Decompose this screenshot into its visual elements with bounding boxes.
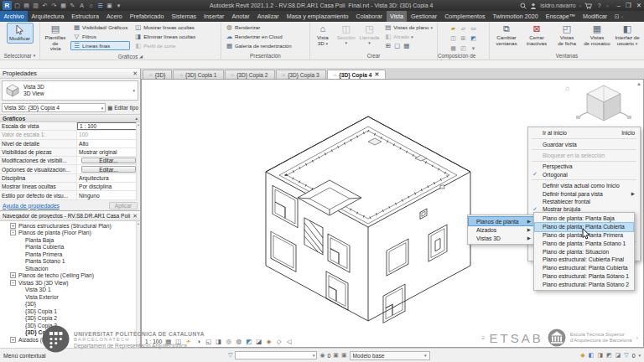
duplicate-view-icon[interactable]: ▢ — [393, 42, 401, 49]
edit-type-button[interactable]: ▦ Editar tipo — [107, 105, 138, 111]
status-search-combo[interactable]: ▾ — [235, 351, 317, 359]
prop-value[interactable]: Mostrar original — [77, 148, 140, 156]
tree-item[interactable]: Planta Baja — [2, 236, 140, 244]
panel-label-presentacion[interactable]: Presentación — [221, 51, 309, 59]
drag-on-selection-icon[interactable]: ◪ — [615, 352, 621, 359]
detail-level-icon[interactable]: ▦ — [164, 338, 172, 345]
menu-item-reset-front[interactable]: Restablecer frontal — [529, 198, 639, 205]
tab-prefabricado[interactable]: Prefabricado — [126, 11, 168, 22]
collapse-icon[interactable]: − — [10, 230, 16, 235]
panel-label-ventanas[interactable]: Ventanas — [490, 51, 644, 59]
browser-scrollbar[interactable]: ▴ — [136, 221, 140, 348]
prop-value[interactable]: Arquitectura — [77, 174, 140, 182]
status-chevron-icon[interactable]: ▾ — [638, 353, 641, 358]
render-in-cloud-button[interactable]: ☁Renderizar en Cloud — [223, 32, 294, 41]
design-option-select[interactable]: Modelo base▾ — [350, 351, 430, 360]
properties-help-link[interactable]: Ayuda de propiedades — [3, 203, 60, 209]
plan-item[interactable]: Plano de planta: Planta Primera — [535, 231, 633, 240]
tab-gestionar[interactable]: Gestionar — [407, 11, 440, 22]
filters-button[interactable]: ▽Filtros — [70, 32, 130, 41]
viewport-icon[interactable]: ▦ — [449, 44, 458, 53]
expand-icon[interactable]: + — [10, 272, 16, 278]
close-hidden-icon[interactable]: ▣ — [106, 2, 113, 10]
prop-value[interactable]: Ninguno — [77, 191, 140, 199]
tab-archivo[interactable]: Archivo — [0, 11, 28, 22]
close-view-icon[interactable]: ✕ — [374, 71, 379, 78]
show-hidden-lines-button[interactable]: ◫Mostrar líneas ocultas — [132, 23, 198, 32]
tree-item[interactable]: Vista 3D 1 — [2, 287, 140, 294]
viewcube[interactable] — [573, 81, 635, 127]
tab-insertar[interactable]: Insertar — [200, 11, 228, 22]
constraints-icon[interactable]: ◈ — [265, 338, 273, 345]
floor-plan-submenu[interactable]: Plano de planta: Planta Baja Plano de pl… — [533, 212, 635, 291]
print-icon[interactable]: ▦ — [60, 2, 67, 10]
submenu-item-floor-plans[interactable]: Planos de planta▶ — [469, 217, 535, 225]
collapse-bar-icon[interactable]: ◁ — [285, 338, 293, 345]
menu-item-save-view[interactable]: Guardar vista — [529, 140, 639, 147]
matchline-icon[interactable]: ◩ — [469, 34, 478, 43]
tab-anotar[interactable]: Anotar — [228, 11, 253, 22]
tab-masa-emplazamiento[interactable]: Masa y emplazamiento — [283, 11, 352, 22]
crop-view-icon[interactable]: ◱ — [205, 338, 212, 345]
tree-item[interactable]: {3D} Copia 3 — [2, 322, 140, 329]
properties-header[interactable]: Propiedades ✕ — [0, 69, 140, 79]
tab-complementos[interactable]: Complementos — [441, 11, 489, 22]
group-header-graficos[interactable]: Gráficos▴ — [0, 114, 140, 122]
revisions-icon[interactable]: ◫ — [449, 34, 458, 43]
thin-lines-button[interactable]: ☰Líneas finas — [70, 41, 130, 50]
3d-view-button[interactable]: ⌂ Vista 3D ▾ — [312, 23, 334, 47]
tree-item[interactable]: {3D} — [2, 301, 140, 308]
viewcube-home-icon[interactable]: ⌂ — [565, 85, 569, 92]
view-tab[interactable]: ⌂{3D} — [143, 70, 172, 79]
close-button[interactable]: ✕ — [636, 2, 641, 9]
shadows-icon[interactable]: ◑ — [195, 338, 202, 345]
select-pinned-icon[interactable]: ◩ — [606, 352, 612, 359]
view-tab-active[interactable]: ⌂{3D} Copia 4✕ — [327, 70, 387, 79]
hide-analytical-icon[interactable]: ◪ — [255, 338, 262, 345]
plan-item[interactable]: Plano de planta: Situación — [535, 247, 633, 256]
expand-icon[interactable]: + — [10, 337, 16, 343]
prop-value[interactable]: Por disciplina — [77, 183, 140, 190]
menu-item-orthographic[interactable]: ✓Ortogonal — [529, 171, 639, 178]
select-underlay-icon[interactable]: ◨ — [597, 352, 603, 359]
tab-views-button[interactable]: ◰ Vistasde ficha — [553, 23, 580, 47]
activate-dimensions-icon[interactable]: ◆ — [580, 352, 584, 359]
tree-item[interactable]: −Vistas 3D (3D View) — [2, 279, 140, 287]
minimize-button[interactable]: – — [617, 2, 621, 9]
editing-requests-icon[interactable]: ◉ — [319, 352, 325, 359]
thin-lines-icon[interactable]: ☰ — [96, 2, 104, 10]
text-icon[interactable]: A — [78, 2, 86, 10]
type-selector[interactable]: Vista 3D 3D View ▾ — [2, 80, 138, 101]
worksharing-display-icon[interactable]: ◇ — [275, 338, 283, 345]
worksets-icon[interactable]: ▣ — [333, 352, 339, 359]
legend-icon[interactable]: ▦ — [402, 42, 410, 49]
tree-item[interactable]: Planta Sótano 1 — [2, 258, 140, 266]
prop-value[interactable]: Alto — [77, 140, 140, 147]
prop-value[interactable]: 1 : 100 — [77, 122, 140, 130]
tree-item-current-view[interactable]: {3D} Copia 4 — [2, 329, 140, 337]
submenu-item-3d-views[interactable]: Vistas 3D▶ — [469, 234, 535, 242]
collapse-icon[interactable]: − — [10, 280, 16, 286]
undo-icon[interactable]: ↶ — [41, 2, 49, 10]
tree-item[interactable]: Situación — [2, 265, 140, 272]
qat-dropdown-icon[interactable]: ▾ — [115, 2, 122, 10]
panel-label-crear[interactable]: Crear — [310, 51, 437, 59]
panel-label-seleccionar[interactable]: Seleccionar▾ — [0, 51, 39, 59]
tab-analizar[interactable]: Analizar — [253, 11, 283, 22]
tab-modificar[interactable]: Modificar — [579, 11, 611, 22]
tree-item[interactable]: {3D} Copia 1 — [2, 308, 140, 315]
plan-item[interactable]: Plano estructural: Planta Sótano 2 — [535, 280, 633, 288]
close-inactive-button[interactable]: ⊠ Cerrarinactivas — [523, 23, 550, 47]
redo-icon[interactable]: ↷ — [50, 2, 58, 10]
app-store-icon[interactable] — [584, 3, 592, 9]
view-scale[interactable]: 1 : 100 — [145, 339, 162, 344]
collapse-icon[interactable]: ▴ — [135, 116, 138, 121]
tab-acero[interactable]: Acero — [103, 11, 127, 22]
reveal-hidden-icon[interactable]: ◍ — [235, 338, 242, 345]
tree-item[interactable]: +Alzados (Exterior) — [2, 336, 140, 344]
show-crop-icon[interactable]: ◨ — [215, 338, 222, 345]
selection-filter-icon[interactable]: ▽ — [624, 352, 628, 359]
save-icon[interactable]: ▥ — [32, 2, 39, 10]
restore-button[interactable]: ❐ — [626, 2, 631, 9]
search-icon[interactable] — [520, 3, 527, 9]
